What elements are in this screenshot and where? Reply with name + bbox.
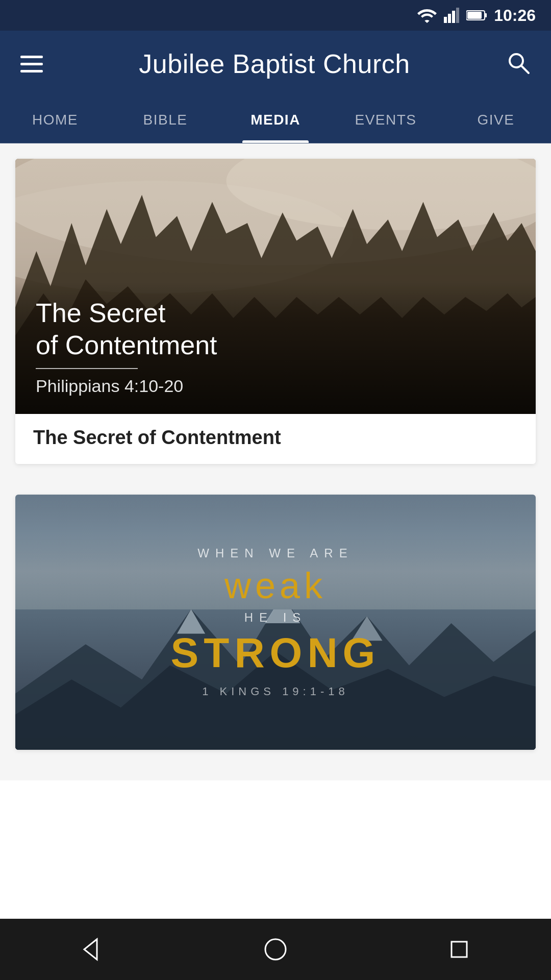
svg-rect-16: [452, 942, 467, 957]
menu-button[interactable]: [20, 56, 43, 72]
card-2-thumbnail: WHEN WE ARE weak HE IS STRONG 1 KINGS 19…: [15, 495, 536, 750]
svg-rect-1: [448, 14, 451, 23]
svg-rect-6: [467, 12, 482, 19]
status-bar: 10:26: [0, 0, 551, 31]
media-card-2[interactable]: WHEN WE ARE weak HE IS STRONG 1 KINGS 19…: [15, 495, 536, 750]
svg-marker-14: [84, 939, 97, 960]
svg-line-8: [521, 66, 529, 73]
svg-rect-0: [444, 17, 447, 23]
card-1-overlay: The Secret of Contentment Philippians 4:…: [15, 282, 536, 414]
svg-rect-3: [456, 8, 459, 23]
bottom-nav: [0, 919, 551, 980]
card-1-subtitle: Philippians 4:10-20: [36, 376, 515, 396]
card-2-line2: weak: [224, 565, 327, 606]
wifi-icon: [417, 8, 437, 23]
back-button[interactable]: [79, 937, 105, 962]
svg-point-15: [265, 939, 286, 960]
app-header: Jubilee Baptist Church: [0, 31, 551, 97]
status-time: 10:26: [494, 6, 536, 25]
card-2-line3: HE IS: [244, 610, 307, 625]
media-card-1[interactable]: The Secret of Contentment Philippians 4:…: [15, 159, 536, 464]
content-area: The Secret of Contentment Philippians 4:…: [0, 143, 551, 780]
card-2-line1: WHEN WE ARE: [197, 546, 353, 560]
tab-home[interactable]: HOME: [0, 97, 110, 143]
search-button[interactable]: [506, 51, 531, 77]
svg-rect-5: [485, 13, 487, 17]
svg-rect-2: [452, 11, 455, 23]
card-2-overlay: WHEN WE ARE weak HE IS STRONG 1 KINGS 19…: [15, 495, 536, 750]
tab-media[interactable]: MEDIA: [220, 97, 331, 143]
card-1-divider: [36, 368, 138, 369]
nav-tabs: HOME BIBLE MEDIA EVENTS GIVE: [0, 97, 551, 143]
card-1-title: The Secret of Contentment: [36, 297, 515, 361]
status-icons: 10:26: [417, 6, 536, 25]
recents-button[interactable]: [446, 937, 472, 962]
card-1-thumbnail: The Secret of Contentment Philippians 4:…: [15, 159, 536, 414]
tab-events[interactable]: EVENTS: [331, 97, 441, 143]
battery-icon: [466, 10, 487, 21]
card-2-line4: STRONG: [171, 629, 381, 677]
card-1-label-text: The Secret of Contentment: [33, 427, 518, 449]
tab-give[interactable]: GIVE: [441, 97, 551, 143]
signal-icon: [444, 8, 459, 23]
tab-bible[interactable]: BIBLE: [110, 97, 220, 143]
card-2-verse: 1 KINGS 19:1-18: [202, 685, 349, 698]
app-title: Jubilee Baptist Church: [139, 48, 410, 79]
card-1-label: The Secret of Contentment: [15, 414, 536, 464]
home-button[interactable]: [263, 937, 288, 962]
